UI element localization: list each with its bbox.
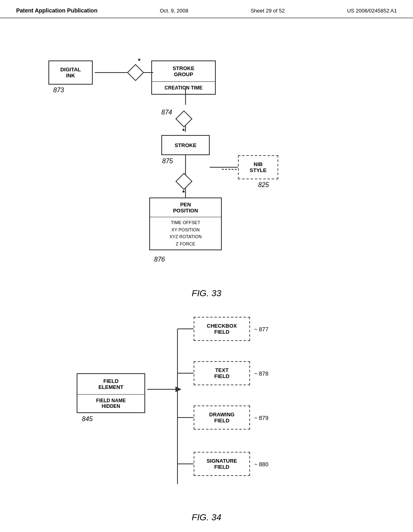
fig33-label: FIG. 33	[24, 288, 389, 299]
diamond1	[127, 64, 144, 81]
page-content: DIGITALINK 873 * STROKEGROUP CREATION TI…	[0, 18, 413, 532]
signature-field-box: SIGNATUREFIELD	[194, 452, 250, 476]
ref-877: ~ 877	[254, 326, 268, 332]
diamond2	[175, 110, 192, 127]
signature-field-label: SIGNATUREFIELD	[206, 458, 237, 470]
creation-time-label: CREATION TIME	[152, 82, 215, 94]
ref-876: 876	[154, 256, 165, 263]
asterisk1: *	[138, 58, 140, 65]
ref-825: 825	[258, 181, 269, 189]
digital-ink-label: DIGITALINK	[60, 66, 81, 79]
sheet-label: Sheet 29 of 52	[250, 8, 285, 14]
publication-label: Patent Application Publication	[16, 7, 98, 14]
ref-880: ~ 880	[254, 461, 268, 468]
ref-874: 874	[161, 109, 172, 116]
stroke-box: STROKE	[161, 135, 210, 155]
nib-style-box: NIBSTYLE	[238, 155, 278, 179]
checkbox-field-box: CHECKBOXFIELD	[194, 317, 250, 341]
ref-845: 845	[82, 416, 93, 423]
drawing-field-box: DRAWINGFIELD	[194, 405, 250, 430]
date-label: Oct. 9, 2008	[160, 8, 188, 14]
text-field-box: TEXTFIELD	[194, 361, 250, 385]
ref-875: 875	[162, 158, 173, 165]
stroke-label: STROKE	[175, 142, 196, 148]
ref-878: ~ 878	[254, 370, 268, 377]
field-element-bottom: FIELD NAMEHIDDEN	[77, 395, 144, 412]
checkbox-field-label: CHECKBOXFIELD	[207, 323, 237, 335]
fig33-diagram: DIGITALINK 873 * STROKEGROUP CREATION TI…	[24, 30, 389, 280]
fig34-diagram: FIELDELEMENT FIELD NAMEHIDDEN 845 CHECKB…	[24, 311, 389, 512]
field-element-top: FIELDELEMENT	[77, 374, 144, 395]
text-field-label: TEXTFIELD	[214, 367, 229, 379]
field-element-box: FIELDELEMENT FIELD NAMEHIDDEN	[77, 373, 145, 413]
fig34-label: FIG. 34	[24, 512, 389, 523]
digital-ink-box: DIGITALINK	[48, 60, 93, 85]
pen-position-box: PENPOSITION TIME OFFSETXY POSITIONXYZ RO…	[149, 197, 222, 250]
patent-number: US 2008/0245852 A1	[347, 8, 397, 14]
drawing-field-label: DRAWINGFIELD	[209, 411, 235, 424]
nib-style-label: NIBSTYLE	[250, 161, 267, 173]
asterisk3: *	[182, 189, 185, 197]
diamond3	[175, 173, 192, 190]
svg-marker-12	[175, 387, 181, 392]
pen-position-label: PENPOSITION	[150, 198, 221, 217]
ref-873: 873	[53, 87, 64, 94]
asterisk2: *	[182, 128, 185, 135]
pen-position-attrs: TIME OFFSETXY POSITIONXYZ ROTATIONZ FORC…	[150, 217, 221, 249]
stroke-group-label: STROKEGROUP	[152, 61, 215, 82]
ref-879: ~ 879	[254, 415, 268, 421]
page-header: Patent Application Publication Oct. 9, 2…	[0, 0, 413, 18]
